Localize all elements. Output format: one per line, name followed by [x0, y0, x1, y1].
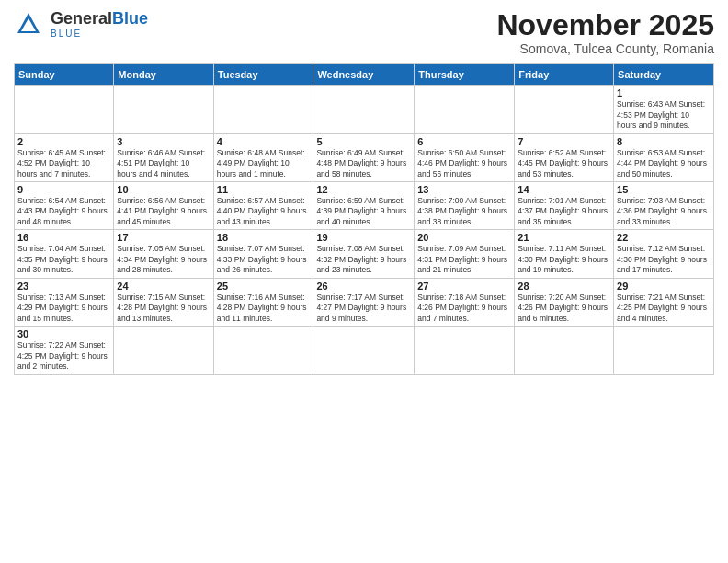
day-number: 11: [217, 184, 311, 195]
calendar-cell: 30Sunrise: 7:22 AM Sunset: 4:25 PM Dayli…: [15, 327, 114, 374]
day-number: 16: [17, 232, 110, 243]
calendar-cell: [614, 327, 714, 374]
day-number: 6: [417, 136, 511, 147]
calendar-cell: [415, 327, 515, 374]
month-title: November 2025: [496, 9, 714, 41]
calendar-cell: 14Sunrise: 7:01 AM Sunset: 4:37 PM Dayli…: [515, 182, 614, 230]
calendar-cell: 20Sunrise: 7:09 AM Sunset: 4:31 PM Dayli…: [415, 230, 515, 278]
day-info: Sunrise: 7:03 AM Sunset: 4:36 PM Dayligh…: [617, 196, 711, 227]
calendar-cell: 22Sunrise: 7:12 AM Sunset: 4:30 PM Dayli…: [614, 230, 714, 278]
calendar-cell: 11Sunrise: 6:57 AM Sunset: 4:40 PM Dayli…: [213, 182, 313, 230]
day-info: Sunrise: 6:50 AM Sunset: 4:46 PM Dayligh…: [417, 148, 511, 179]
calendar-week-row: 2Sunrise: 6:45 AM Sunset: 4:52 PM Daylig…: [15, 133, 714, 181]
calendar-cell: [515, 327, 614, 374]
day-number: 26: [316, 281, 411, 292]
day-info: Sunrise: 7:04 AM Sunset: 4:35 PM Dayligh…: [17, 244, 110, 275]
calendar-cell: 10Sunrise: 6:56 AM Sunset: 4:41 PM Dayli…: [114, 182, 213, 230]
day-info: Sunrise: 7:15 AM Sunset: 4:28 PM Dayligh…: [117, 293, 210, 324]
location-title: Somova, Tulcea County, Romania: [496, 41, 714, 56]
day-info: Sunrise: 6:48 AM Sunset: 4:49 PM Dayligh…: [217, 148, 311, 179]
calendar-cell: 28Sunrise: 7:20 AM Sunset: 4:26 PM Dayli…: [515, 278, 614, 326]
day-info: Sunrise: 6:46 AM Sunset: 4:51 PM Dayligh…: [117, 148, 210, 179]
calendar-cell: [415, 86, 515, 133]
logo-area: GeneralBlue BLUE: [14, 9, 148, 39]
calendar-cell: 6Sunrise: 6:50 AM Sunset: 4:46 PM Daylig…: [415, 133, 515, 181]
day-number: 17: [117, 232, 210, 243]
day-info: Sunrise: 7:08 AM Sunset: 4:32 PM Dayligh…: [316, 244, 411, 275]
logo-row: GeneralBlue BLUE: [14, 9, 148, 39]
calendar-cell: [515, 86, 614, 133]
day-number: 7: [518, 136, 610, 147]
calendar-cell: 25Sunrise: 7:16 AM Sunset: 4:28 PM Dayli…: [213, 278, 313, 326]
calendar-week-row: 1Sunrise: 6:43 AM Sunset: 4:53 PM Daylig…: [15, 86, 714, 133]
day-info: Sunrise: 7:18 AM Sunset: 4:26 PM Dayligh…: [417, 293, 511, 324]
day-info: Sunrise: 6:45 AM Sunset: 4:52 PM Dayligh…: [17, 148, 110, 179]
day-info: Sunrise: 7:12 AM Sunset: 4:30 PM Dayligh…: [617, 244, 711, 275]
day-number: 5: [316, 136, 411, 147]
calendar-cell: 19Sunrise: 7:08 AM Sunset: 4:32 PM Dayli…: [313, 230, 415, 278]
weekday-header-wednesday: Wednesday: [313, 64, 415, 86]
day-number: 13: [417, 184, 511, 195]
weekday-header-sunday: Sunday: [15, 64, 114, 86]
weekday-header-friday: Friday: [515, 64, 614, 86]
day-number: 18: [217, 232, 311, 243]
day-number: 14: [518, 184, 610, 195]
day-number: 2: [17, 136, 110, 147]
calendar-cell: 2Sunrise: 6:45 AM Sunset: 4:52 PM Daylig…: [15, 133, 114, 181]
day-number: 27: [417, 281, 511, 292]
day-info: Sunrise: 7:09 AM Sunset: 4:31 PM Dayligh…: [417, 244, 511, 275]
day-number: 10: [117, 184, 210, 195]
calendar-cell: [313, 86, 415, 133]
day-info: Sunrise: 6:59 AM Sunset: 4:39 PM Dayligh…: [316, 196, 411, 227]
header: GeneralBlue BLUE November 2025 Somova, T…: [14, 9, 714, 56]
weekday-header-tuesday: Tuesday: [213, 64, 313, 86]
calendar-cell: 8Sunrise: 6:53 AM Sunset: 4:44 PM Daylig…: [614, 133, 714, 181]
calendar: SundayMondayTuesdayWednesdayThursdayFrid…: [14, 63, 714, 374]
day-number: 29: [617, 281, 711, 292]
day-number: 9: [17, 184, 110, 195]
day-info: Sunrise: 7:00 AM Sunset: 4:38 PM Dayligh…: [417, 196, 511, 227]
calendar-cell: [213, 327, 313, 374]
day-info: Sunrise: 6:53 AM Sunset: 4:44 PM Dayligh…: [617, 148, 711, 179]
calendar-cell: 15Sunrise: 7:03 AM Sunset: 4:36 PM Dayli…: [614, 182, 714, 230]
day-number: 12: [316, 184, 411, 195]
calendar-cell: [114, 327, 213, 374]
calendar-cell: [15, 86, 114, 133]
day-info: Sunrise: 7:11 AM Sunset: 4:30 PM Dayligh…: [518, 244, 610, 275]
calendar-cell: 1Sunrise: 6:43 AM Sunset: 4:53 PM Daylig…: [614, 86, 714, 133]
calendar-cell: 9Sunrise: 6:54 AM Sunset: 4:43 PM Daylig…: [15, 182, 114, 230]
calendar-week-row: 9Sunrise: 6:54 AM Sunset: 4:43 PM Daylig…: [15, 182, 714, 230]
calendar-cell: 7Sunrise: 6:52 AM Sunset: 4:45 PM Daylig…: [515, 133, 614, 181]
day-info: Sunrise: 7:17 AM Sunset: 4:27 PM Dayligh…: [316, 293, 411, 324]
day-number: 3: [117, 136, 210, 147]
day-number: 20: [417, 232, 511, 243]
day-info: Sunrise: 6:54 AM Sunset: 4:43 PM Dayligh…: [17, 196, 110, 227]
day-info: Sunrise: 7:05 AM Sunset: 4:34 PM Dayligh…: [117, 244, 210, 275]
day-info: Sunrise: 6:57 AM Sunset: 4:40 PM Dayligh…: [217, 196, 311, 227]
day-number: 25: [217, 281, 311, 292]
calendar-cell: [213, 86, 313, 133]
day-info: Sunrise: 7:13 AM Sunset: 4:29 PM Dayligh…: [17, 293, 110, 324]
weekday-header-monday: Monday: [114, 64, 213, 86]
calendar-cell: 12Sunrise: 6:59 AM Sunset: 4:39 PM Dayli…: [313, 182, 415, 230]
day-info: Sunrise: 7:22 AM Sunset: 4:25 PM Dayligh…: [17, 340, 110, 372]
page: GeneralBlue BLUE November 2025 Somova, T…: [0, 0, 728, 563]
calendar-cell: 24Sunrise: 7:15 AM Sunset: 4:28 PM Dayli…: [114, 278, 213, 326]
day-number: 24: [117, 281, 210, 292]
day-info: Sunrise: 6:52 AM Sunset: 4:45 PM Dayligh…: [518, 148, 610, 179]
weekday-header-thursday: Thursday: [415, 64, 515, 86]
calendar-cell: [114, 86, 213, 133]
calendar-cell: 23Sunrise: 7:13 AM Sunset: 4:29 PM Dayli…: [15, 278, 114, 326]
day-number: 15: [617, 184, 711, 195]
day-number: 23: [17, 281, 110, 292]
day-number: 1: [617, 87, 711, 98]
calendar-cell: 4Sunrise: 6:48 AM Sunset: 4:49 PM Daylig…: [213, 133, 313, 181]
day-info: Sunrise: 7:21 AM Sunset: 4:25 PM Dayligh…: [617, 293, 711, 324]
calendar-cell: [313, 327, 415, 374]
day-number: 21: [518, 232, 610, 243]
calendar-cell: 29Sunrise: 7:21 AM Sunset: 4:25 PM Dayli…: [614, 278, 714, 326]
day-info: Sunrise: 6:49 AM Sunset: 4:48 PM Dayligh…: [316, 148, 411, 179]
day-info: Sunrise: 6:56 AM Sunset: 4:41 PM Dayligh…: [117, 196, 210, 227]
calendar-cell: 16Sunrise: 7:04 AM Sunset: 4:35 PM Dayli…: [15, 230, 114, 278]
day-info: Sunrise: 7:01 AM Sunset: 4:37 PM Dayligh…: [518, 196, 610, 227]
